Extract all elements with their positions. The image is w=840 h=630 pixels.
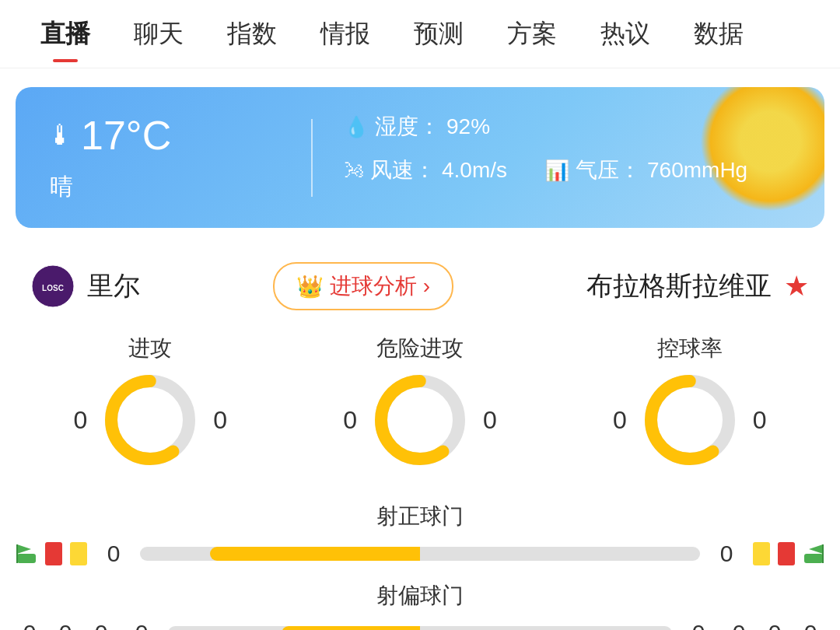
stats-section: 进攻 0 0 危险进攻 0: [0, 326, 840, 502]
svg-rect-9: [17, 554, 36, 563]
wind-stat: 🌬 风速： 4.0m/s: [344, 156, 507, 185]
match-header: LOSC 里尔 👑 进球分析 › 布拉格斯拉维亚 ★: [0, 247, 840, 326]
right-icons-group: [753, 542, 824, 565]
team-left-name: 里尔: [87, 268, 140, 304]
bar-stats-section: 射正球门 0 0 射偏球门: [0, 502, 840, 630]
svg-text:LOSC: LOSC: [42, 284, 64, 292]
nav-item-chat[interactable]: 聊天: [112, 0, 205, 68]
weather-card: 🌡 17°C 晴 💧 湿度： 92% 🌬 风速： 4.0m/s: [16, 87, 824, 228]
wind-icon: 🌬: [344, 159, 364, 183]
right-yellow-card-icon: [753, 542, 770, 565]
shots-off-target-bar: [168, 626, 672, 630]
shots-off-left-val2: 0: [51, 620, 79, 630]
possession-right-val: 0: [753, 406, 767, 435]
crown-icon: 👑: [296, 274, 324, 299]
danger-attack-left-val: 0: [343, 406, 357, 435]
shots-off-left-val1: 0: [16, 620, 44, 630]
shots-off-target-right-val: 0: [684, 620, 712, 630]
goal-analysis-button[interactable]: 👑 进球分析 ›: [273, 262, 453, 310]
shots-on-target-label: 射正球门: [16, 502, 824, 531]
left-icons-group: [16, 542, 87, 565]
possession-left-val: 0: [613, 406, 627, 435]
shots-off-left-val3: 0: [87, 620, 115, 630]
left-yellow-card-icon: [70, 542, 87, 565]
shots-on-target-right-val: 0: [712, 541, 740, 567]
temperature-display: 🌡 17°C: [47, 112, 280, 159]
danger-attack-label: 危险进攻: [376, 334, 464, 363]
svg-marker-13: [809, 544, 823, 554]
team-left: LOSC 里尔: [31, 264, 140, 308]
shots-off-right-val1: 0: [725, 620, 753, 630]
shots-on-target-content: 0 0: [16, 541, 824, 567]
right-corner-flag-icon: [803, 543, 824, 565]
pressure-value: 760mmHg: [647, 158, 747, 183]
pressure-stat: 📊 气压： 760mmHg: [544, 156, 747, 185]
possession-label: 控球率: [657, 334, 723, 363]
attack-donut: [100, 369, 201, 471]
right-icons-group2: 0 0 0: [725, 620, 824, 630]
humidity-stat: 💧 湿度： 92%: [344, 112, 490, 142]
left-corner-flag-icon: [16, 543, 37, 565]
shots-off-right-val3: 0: [796, 620, 824, 630]
nav-item-data[interactable]: 数据: [672, 0, 765, 68]
nav-item-plan[interactable]: 方案: [485, 0, 579, 68]
humidity-value: 92%: [446, 114, 490, 139]
wind-value: 4.0m/s: [442, 158, 507, 183]
possession-donut: [639, 369, 740, 471]
nav-item-intel[interactable]: 情报: [299, 0, 392, 68]
left-red-card-icon: [45, 542, 62, 565]
humidity-label: 湿度：: [375, 112, 440, 142]
thermometer-icon: 🌡: [47, 119, 75, 152]
pressure-label: 气压：: [576, 156, 641, 185]
team-left-logo: LOSC: [31, 264, 75, 308]
shots-off-target-content: 0 0 0 0 0 0 0 0: [16, 620, 824, 630]
nav-item-predict[interactable]: 预测: [392, 0, 485, 68]
team-right: 布拉格斯拉维亚 ★: [586, 268, 809, 304]
possession-stat-block: 控球率 0 0: [555, 334, 824, 471]
attack-stat-block: 进攻 0 0: [16, 334, 285, 471]
nav-item-live[interactable]: 直播: [19, 0, 112, 68]
nav-item-index[interactable]: 指数: [205, 0, 299, 68]
danger-attack-donut: [369, 369, 471, 471]
nav-item-discuss[interactable]: 热议: [579, 0, 672, 68]
favorite-star-icon[interactable]: ★: [784, 270, 809, 303]
danger-attack-stat-block: 危险进攻 0 0: [285, 334, 555, 471]
attack-left-val: 0: [74, 406, 88, 435]
svg-rect-12: [804, 554, 823, 563]
attack-label: 进攻: [128, 334, 172, 363]
nav-bar: 直播 聊天 指数 情报 预测 方案 热议 数据: [0, 0, 840, 68]
pressure-icon: 📊: [544, 159, 569, 183]
shots-off-target-label: 射偏球门: [16, 581, 824, 611]
svg-marker-10: [17, 544, 31, 554]
danger-attack-right-val: 0: [483, 406, 497, 435]
shots-on-target-left-val: 0: [100, 541, 128, 567]
attack-right-val: 0: [213, 406, 227, 435]
right-red-card-icon: [778, 542, 795, 565]
temp-value: 17°C: [81, 112, 171, 159]
stats-row: 进攻 0 0 危险进攻 0: [16, 334, 824, 471]
shots-off-right-val2: 0: [761, 620, 789, 630]
shots-on-target-bar: [140, 547, 700, 561]
team-right-name: 布拉格斯拉维亚: [586, 268, 772, 304]
shots-off-target-left-val: 0: [128, 620, 156, 630]
shots-on-target-row: 射正球门 0 0: [16, 502, 824, 567]
wind-label: 风速：: [370, 156, 436, 185]
weather-divider: [311, 119, 313, 197]
weather-condition: 晴: [47, 171, 280, 203]
left-icons-group2: 0 0 0: [16, 620, 115, 630]
goal-analysis-label: 进球分析 ›: [330, 271, 430, 301]
shots-off-target-row: 射偏球门 0 0 0 0 0 0 0 0: [16, 581, 824, 630]
humidity-icon: 💧: [344, 115, 369, 139]
